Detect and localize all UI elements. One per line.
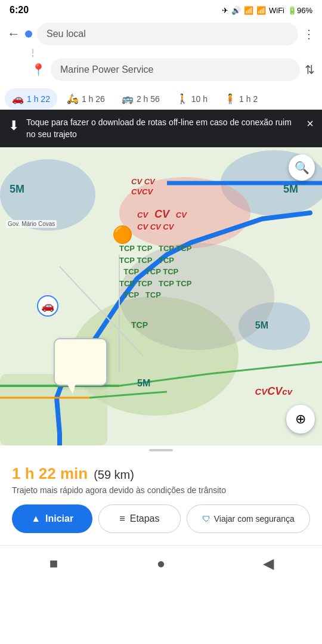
search-icon: 🔍 xyxy=(295,160,309,175)
shield-icon: 🛡 xyxy=(202,514,210,524)
viajar-label: Viajar com segurança xyxy=(214,514,295,524)
car-icon: 🚗 xyxy=(12,93,24,104)
bottom-panel: 1 h 22 min (59 km) Trajeto mais rápido a… xyxy=(0,455,322,545)
cv-cluster-bottomright: CVCVcv xyxy=(255,385,292,398)
tab-walk[interactable]: 🚶 10 h xyxy=(169,88,215,109)
tab-car-label: 1 h 22 xyxy=(27,94,50,104)
tcp-isolated: TCP xyxy=(131,320,148,330)
bus-icon: 🚌 xyxy=(122,93,134,104)
more-button[interactable]: ⋮ xyxy=(303,27,315,41)
cv-cluster-top: CV CV CVCV xyxy=(131,177,155,197)
search-area: ← ⋮ 📍 ⇅ xyxy=(0,19,322,88)
map-container[interactable]: Gov. Mário Covas 5M 5M 5M 5M CV CV CVCV … xyxy=(0,147,322,445)
iniciar-label: Iniciar xyxy=(45,513,73,524)
tab-car[interactable]: 🚗 1 h 22 xyxy=(5,88,57,109)
list-icon: ≡ xyxy=(119,513,125,524)
viajar-button[interactable]: 🛡 Viajar com segurança xyxy=(187,504,310,533)
moto-icon: 🛵 xyxy=(67,93,79,104)
nav-back-button[interactable]: ◀ xyxy=(250,552,286,575)
tab-bus-label: 2 h 56 xyxy=(137,94,160,104)
tcp-cluster: TCP TCP TCP TCP TCP TCP TCP TCP TCP TCP … xyxy=(119,243,191,301)
bottom-handle xyxy=(0,445,322,455)
navigation-icon: ▲ xyxy=(31,513,41,524)
gov-label: Gov. Mário Covas xyxy=(6,220,57,228)
origin-row: ← ⋮ xyxy=(7,23,315,45)
etapas-label: Etapas xyxy=(130,513,160,524)
nav-bar: ■ ● ◀ xyxy=(0,545,322,579)
route-waypoint-marker: 🟠 xyxy=(112,225,133,244)
map-callout-bubble xyxy=(54,338,107,386)
map-search-button[interactable]: 🔍 xyxy=(289,154,315,181)
destination-row: 📍 ⇅ xyxy=(7,58,315,81)
square-icon: ■ xyxy=(49,555,58,572)
tab-moto-label: 1 h 26 xyxy=(82,94,105,104)
offline-banner[interactable]: ⬇ Toque para fazer o download de rotas o… xyxy=(0,110,322,147)
destination-pin: 📍 xyxy=(31,63,46,77)
map-location-button[interactable]: ⊕ xyxy=(286,405,315,434)
nav-home-button[interactable]: ● xyxy=(143,552,179,575)
tab-ride[interactable]: 🧍 1 h 2 xyxy=(217,88,265,109)
status-time: 6:20 xyxy=(10,5,29,16)
etapas-button[interactable]: ≡ Etapas xyxy=(98,504,180,533)
offline-close-button[interactable]: × xyxy=(306,117,314,131)
circle-icon: ● xyxy=(157,555,166,572)
walk-icon: 🚶 xyxy=(177,93,188,104)
triangle-icon: ◀ xyxy=(263,555,274,572)
iniciar-button[interactable]: ▲ Iniciar xyxy=(12,504,92,533)
status-icons: ✈ 🔊 📶 📶 WiFi 🔋96% xyxy=(222,6,312,15)
location-icon: ⊕ xyxy=(295,411,306,427)
tab-walk-label: 10 h xyxy=(191,94,208,104)
origin-input[interactable] xyxy=(37,23,298,45)
route-distance: (59 km) xyxy=(94,468,134,482)
offline-text: Toque para fazer o download de rotas off… xyxy=(26,117,299,140)
status-bar: 6:20 ✈ 🔊 📶 📶 WiFi 🔋96% xyxy=(0,0,322,19)
label-5m-topleft: 5M xyxy=(10,183,24,196)
nav-square-button[interactable]: ■ xyxy=(36,552,72,575)
tab-ride-label: 1 h 2 xyxy=(239,94,258,104)
swap-button[interactable]: ⇅ xyxy=(305,63,315,77)
route-time: 1 h 22 min (59 km) xyxy=(12,465,310,483)
ride-icon: 🧍 xyxy=(224,93,236,104)
label-5m-topright: 5M xyxy=(283,183,298,196)
back-button[interactable]: ← xyxy=(7,26,20,42)
destination-input[interactable] xyxy=(51,58,300,81)
label-5m-mid: 5M xyxy=(255,320,268,331)
route-description: Trajeto mais rápido agora devido às cond… xyxy=(12,485,310,495)
transport-tabs: 🚗 1 h 22 🛵 1 h 26 🚌 2 h 56 🚶 10 h 🧍 1 h … xyxy=(0,88,322,110)
current-position-icon: 🚗 xyxy=(37,295,58,317)
drag-handle xyxy=(149,449,173,451)
route-duration: 1 h 22 min xyxy=(12,465,88,483)
cv-cluster-mid: CV CV CV CV CV CV xyxy=(137,207,187,233)
tab-bus[interactable]: 🚌 2 h 56 xyxy=(114,88,167,109)
label-5m-bottom: 5M xyxy=(137,378,150,389)
download-icon: ⬇ xyxy=(8,118,19,134)
tab-moto[interactable]: 🛵 1 h 26 xyxy=(60,88,112,109)
action-buttons: ▲ Iniciar ≡ Etapas 🛡 Viajar com seguranç… xyxy=(12,504,310,533)
origin-dot xyxy=(25,30,32,38)
